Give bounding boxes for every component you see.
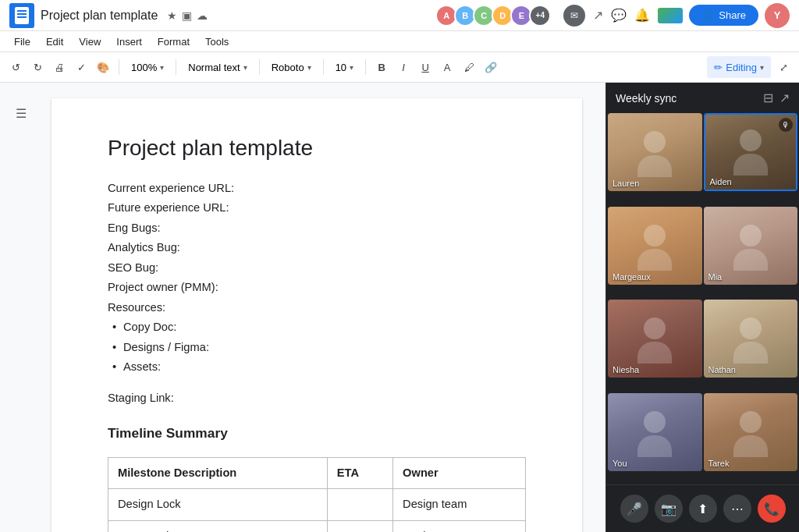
- text-color-button[interactable]: A: [438, 56, 456, 78]
- table-header-milestone: Milestone Description: [108, 457, 328, 488]
- notification-icon[interactable]: 🔔: [634, 8, 650, 23]
- pencil-icon: ✏: [714, 62, 723, 73]
- popout-icon[interactable]: ↗: [779, 90, 790, 105]
- owner-1: Design team: [393, 489, 526, 520]
- table-row: Design Lock Design team: [108, 489, 526, 520]
- participant-name-lauren: Lauren: [613, 179, 639, 188]
- print-button[interactable]: 🖨: [50, 56, 69, 78]
- video-controls: 🎤 📷 ⬆ ⋯ 📞: [606, 484, 799, 532]
- doc-line-6: Project owner (PMM):: [108, 278, 526, 296]
- menu-tools[interactable]: Tools: [197, 34, 236, 49]
- toolbar-separator-1: [119, 59, 119, 75]
- underline-button[interactable]: U: [416, 56, 435, 78]
- toolbar-separator-4: [323, 59, 324, 75]
- undo-button[interactable]: ↺: [6, 56, 25, 78]
- participant-name-margeaux: Margeaux: [613, 272, 651, 282]
- end-call-icon: 📞: [764, 502, 779, 516]
- user-avatar[interactable]: Y: [765, 3, 790, 28]
- table-header-owner: Owner: [393, 457, 526, 488]
- share-button[interactable]: 👤 Share: [689, 5, 758, 26]
- fontsize-dropdown[interactable]: 10 ▾: [330, 56, 359, 78]
- editing-mode-button[interactable]: ✏ Editing ▾: [707, 56, 771, 78]
- video-tile-niesha[interactable]: Niesha: [608, 300, 702, 378]
- menu-edit[interactable]: Edit: [38, 34, 71, 49]
- doc-line-5: SEO Bug:: [108, 259, 526, 277]
- document-title: Project plan template: [41, 9, 158, 23]
- trend-icon[interactable]: ↗: [593, 8, 603, 23]
- paint-format-button[interactable]: 🎨: [94, 56, 112, 78]
- minimize-icon[interactable]: ⊟: [763, 90, 773, 105]
- menu-view[interactable]: View: [71, 34, 108, 49]
- zoom-dropdown[interactable]: 100% ▾: [126, 56, 169, 78]
- milestone-1: Design Lock: [108, 489, 328, 520]
- style-dropdown[interactable]: Normal text ▾: [183, 56, 252, 78]
- owner-2: Design team: [393, 520, 526, 532]
- eta-1: [327, 489, 392, 520]
- style-chevron: ▾: [243, 63, 247, 72]
- video-tile-mia[interactable]: Mia: [704, 207, 798, 285]
- document-area[interactable]: ☰ Project plan template Current experien…: [0, 83, 605, 532]
- more-icon: ⋯: [731, 502, 744, 516]
- participant-name-tarek: Tarek: [708, 459, 730, 468]
- doc-bullet-2: Designs / Figma:: [108, 339, 526, 356]
- outline-toggle[interactable]: ☰: [16, 98, 44, 516]
- video-tile-margeaux[interactable]: Margeaux: [608, 207, 702, 285]
- participant-name-mia: Mia: [708, 272, 723, 282]
- share-icon: 👤: [701, 9, 714, 21]
- doc-line-4: Analytics Bug:: [108, 239, 526, 257]
- cloud-icon[interactable]: ☁: [197, 9, 208, 22]
- collaborator-avatars: A B C D E +4: [439, 5, 551, 27]
- menu-file[interactable]: File: [6, 34, 38, 49]
- font-chevron: ▾: [307, 63, 311, 72]
- doc-line-7: Resources:: [108, 299, 526, 317]
- aiden-mic-indicator: 🎙: [779, 118, 793, 132]
- menu-format[interactable]: Format: [150, 34, 197, 49]
- present-button[interactable]: ⬆: [689, 495, 717, 523]
- video-tile-you[interactable]: You: [608, 393, 702, 471]
- italic-button[interactable]: I: [394, 56, 413, 78]
- more-options-button[interactable]: ⋯: [723, 495, 751, 523]
- highlight-button[interactable]: 🖊: [460, 56, 478, 78]
- document-body[interactable]: Current experience URL: Future experienc…: [108, 179, 526, 532]
- end-call-button[interactable]: 📞: [758, 495, 786, 523]
- spellcheck-button[interactable]: ✓: [72, 56, 91, 78]
- mic-icon: 🎤: [627, 502, 642, 516]
- extra-collaborators-badge: +4: [529, 5, 551, 27]
- meet-icon[interactable]: [658, 8, 683, 23]
- mute-button[interactable]: 🎤: [620, 495, 648, 523]
- menu-insert[interactable]: Insert: [108, 34, 150, 49]
- redo-button[interactable]: ↻: [28, 56, 47, 78]
- video-tile-aiden[interactable]: 🎙 Aiden: [704, 113, 798, 191]
- panel-title: Weekly sync: [616, 92, 676, 105]
- panel-header-icons: ⊟ ↗: [763, 90, 790, 105]
- video-tile-nathan[interactable]: Nathan: [704, 300, 798, 378]
- bold-button[interactable]: B: [372, 56, 391, 78]
- star-icon[interactable]: ★: [167, 9, 177, 22]
- camera-button[interactable]: 📷: [655, 495, 683, 523]
- comment-icon[interactable]: 💬: [611, 8, 627, 23]
- video-panel-header: Weekly sync ⊟ ↗: [606, 83, 799, 113]
- link-button[interactable]: 🔗: [481, 56, 500, 78]
- title-icons: ★ ▣ ☁: [167, 9, 208, 22]
- zoom-chevron: ▾: [160, 63, 164, 72]
- table-header-eta: ETA: [327, 457, 392, 488]
- participant-name-nathan: Nathan: [708, 365, 736, 374]
- title-bar: Project plan template ★ ▣ ☁ A B C D E +4…: [0, 0, 799, 31]
- participant-name-niesha: Niesha: [613, 365, 639, 374]
- doc-line-2: Future experience URL:: [108, 199, 526, 217]
- drive-icon[interactable]: ▣: [182, 9, 192, 22]
- expand-button[interactable]: ⤢: [774, 56, 793, 78]
- toolbar-separator-3: [259, 59, 260, 75]
- document-title-heading: Project plan template: [108, 136, 526, 161]
- toolbar: ↺ ↻ 🖨 ✓ 🎨 100% ▾ Normal text ▾ Roboto ▾ …: [0, 51, 799, 83]
- video-panel: Weekly sync ⊟ ↗ Lauren 🎙: [605, 83, 799, 532]
- timeline-heading: Timeline Summary: [108, 423, 526, 445]
- video-tile-lauren[interactable]: Lauren: [608, 113, 702, 191]
- video-tile-tarek[interactable]: Tarek: [704, 393, 798, 471]
- table-row: Copy Lock Design team: [108, 520, 526, 532]
- font-dropdown[interactable]: Roboto ▾: [266, 56, 317, 78]
- document-page[interactable]: Project plan template Current experience…: [51, 98, 582, 532]
- participant-name-aiden: Aiden: [710, 177, 732, 186]
- chat-icon[interactable]: ✉: [563, 5, 585, 27]
- google-docs-icon: [9, 3, 34, 28]
